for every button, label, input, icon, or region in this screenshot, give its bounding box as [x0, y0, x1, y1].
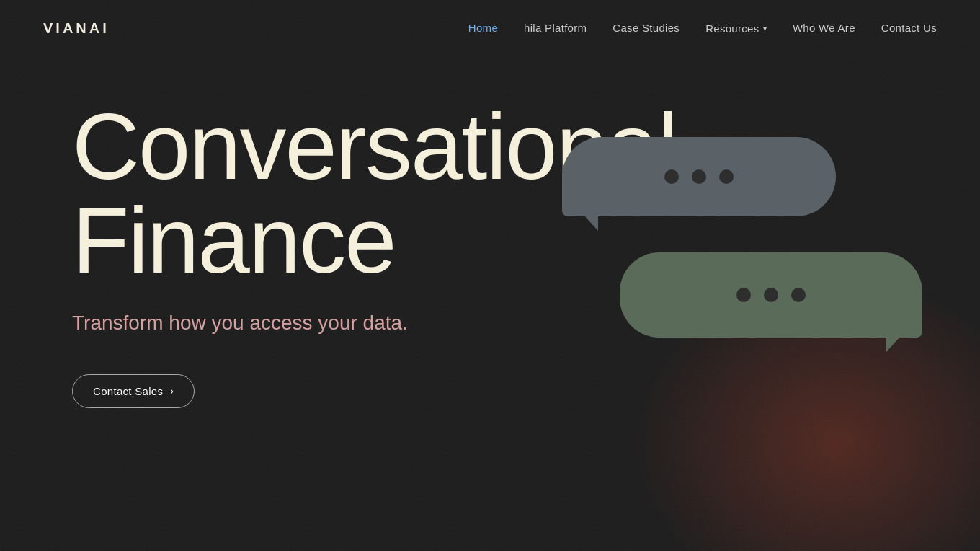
navbar: VIANAI Home hila Platform Case Studies R… [0, 0, 980, 56]
nav-link-contact-us[interactable]: Contact Us [881, 22, 937, 34]
nav-item-hila[interactable]: hila Platform [524, 22, 587, 35]
bubble2-dot-3 [791, 288, 806, 302]
nav-item-home[interactable]: Home [468, 22, 498, 35]
nav-links: Home hila Platform Case Studies Resource… [468, 22, 937, 35]
contact-sales-button[interactable]: Contact Sales › [72, 374, 195, 408]
nav-link-case-studies[interactable]: Case Studies [612, 22, 680, 34]
nav-item-resources[interactable]: Resources ▾ [705, 22, 767, 35]
nav-link-who-we-are[interactable]: Who We Are [793, 22, 855, 34]
nav-item-case-studies[interactable]: Case Studies [612, 22, 680, 35]
bubble2-dot-1 [736, 288, 751, 302]
chevron-down-icon: ▾ [763, 25, 767, 32]
nav-link-resources[interactable]: Resources ▾ [705, 22, 767, 35]
nav-item-who-we-are[interactable]: Who We Are [793, 22, 855, 35]
chat-bubble-1 [562, 137, 836, 216]
nav-link-home[interactable]: Home [468, 22, 498, 34]
bubble1-dot-2 [692, 169, 706, 184]
bubble1-dot-1 [664, 169, 679, 184]
bubble2-dot-2 [764, 288, 778, 302]
nav-item-contact-us[interactable]: Contact Us [881, 22, 937, 35]
chat-illustration [562, 79, 937, 498]
chat-bubble-2 [620, 252, 922, 338]
hero-subtext: Transform how you access your data. [72, 309, 504, 338]
logo[interactable]: VIANAI [43, 20, 110, 37]
arrow-icon: › [170, 385, 174, 397]
bubble1-dot-3 [719, 169, 734, 184]
nav-link-hila[interactable]: hila Platform [524, 22, 587, 34]
